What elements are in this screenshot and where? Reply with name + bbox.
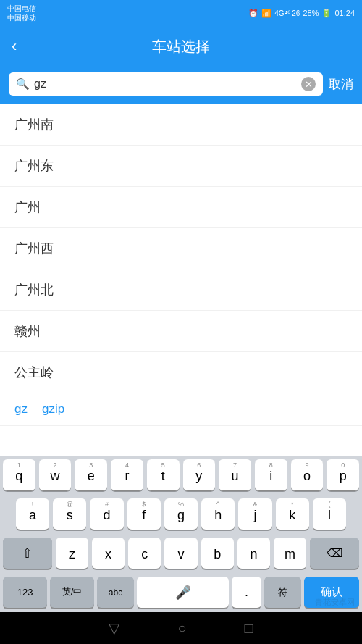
carrier2: 中国移动 bbox=[7, 13, 36, 22]
abc-key[interactable]: abc bbox=[97, 577, 134, 609]
result-item[interactable]: 公主岭 bbox=[0, 352, 362, 393]
shift-key[interactable]: ⇧ bbox=[3, 538, 52, 569]
key-c[interactable]: c bbox=[128, 538, 161, 569]
key-s[interactable]: @s bbox=[53, 498, 86, 530]
nav-back-button[interactable]: ▽ bbox=[109, 619, 119, 637]
key-w[interactable]: 2w bbox=[39, 459, 72, 491]
key-h[interactable]: ^h bbox=[201, 498, 235, 530]
search-input-wrapper: 🔍 ✕ bbox=[9, 72, 323, 96]
watermark: 青花安卓网 bbox=[315, 597, 355, 608]
nav-recent-button[interactable]: □ bbox=[245, 620, 253, 637]
search-icon: 🔍 bbox=[16, 78, 30, 91]
suggestions-row: gz gzip bbox=[0, 393, 362, 426]
suggestion-gzip[interactable]: gzip bbox=[42, 402, 64, 417]
key-t[interactable]: 5t bbox=[147, 459, 180, 491]
back-button[interactable]: ‹ bbox=[12, 37, 17, 56]
battery-text: 28% bbox=[303, 9, 319, 17]
result-item[interactable]: 广州南 bbox=[0, 104, 362, 146]
key-g[interactable]: %g bbox=[164, 498, 198, 530]
key-r[interactable]: 4r bbox=[111, 459, 143, 491]
key-z[interactable]: z bbox=[56, 538, 88, 569]
time-display: 01:24 bbox=[334, 9, 355, 17]
key-m[interactable]: m bbox=[274, 538, 306, 569]
key-k[interactable]: *k bbox=[276, 498, 309, 530]
keyboard: 1q 2w 3e 4r 5t 6y 7u 8i 9o 0p !a @s #d $… bbox=[0, 456, 362, 612]
carrier1: 中国电信 bbox=[7, 4, 36, 13]
result-item[interactable]: 广州西 bbox=[0, 228, 362, 269]
result-item[interactable]: 广州东 bbox=[0, 146, 362, 187]
key-d[interactable]: #d bbox=[90, 498, 123, 530]
key-v[interactable]: v bbox=[164, 538, 197, 569]
key-a[interactable]: !a bbox=[16, 498, 49, 530]
battery-icon: 🔋 bbox=[321, 9, 332, 18]
keyboard-row2: !a @s #d $f %g ^h &j *k (l bbox=[0, 495, 362, 534]
signal-icon: 4G⁴⁶ 26 bbox=[274, 9, 300, 17]
page-title: 车站选择 bbox=[152, 37, 210, 57]
key-u[interactable]: 7u bbox=[219, 459, 251, 491]
title-bar: ‹ 车站选择 bbox=[0, 26, 362, 67]
nav-home-button[interactable]: ○ bbox=[177, 620, 186, 637]
result-item[interactable]: 广州 bbox=[0, 187, 362, 228]
clear-button[interactable]: ✕ bbox=[301, 77, 316, 91]
carrier-info: 中国电信 中国移动 bbox=[7, 4, 36, 22]
key-n[interactable]: n bbox=[237, 538, 270, 569]
period-key[interactable]: . bbox=[232, 577, 261, 609]
cancel-button[interactable]: 取消 bbox=[329, 76, 353, 93]
space-key[interactable]: 🎤 bbox=[137, 577, 229, 609]
keyboard-row3: ⇧ z x c v b n m ⌫ bbox=[0, 534, 362, 573]
status-bar: 中国电信 中国移动 ⏰ 📶 4G⁴⁶ 26 28% 🔋 01:24 bbox=[0, 0, 362, 26]
key-o[interactable]: 9o bbox=[291, 459, 324, 491]
key-p[interactable]: 0p bbox=[327, 459, 359, 491]
bottom-nav-bar: ▽ ○ □ bbox=[0, 612, 362, 644]
suggestion-gz[interactable]: gz bbox=[14, 402, 28, 417]
key-i[interactable]: 8i bbox=[255, 459, 287, 491]
keyboard-row4: 123 英/中 abc 🎤 . 符 确认 bbox=[0, 573, 362, 612]
key-y[interactable]: 6y bbox=[183, 459, 216, 491]
key-q[interactable]: 1q bbox=[3, 459, 35, 491]
keyboard-row1: 1q 2w 3e 4r 5t 6y 7u 8i 9o 0p bbox=[0, 456, 362, 495]
delete-key[interactable]: ⌫ bbox=[310, 538, 359, 569]
lang-toggle-key[interactable]: 英/中 bbox=[50, 577, 94, 609]
key-l[interactable]: (l bbox=[313, 498, 346, 530]
result-item[interactable]: 广州北 bbox=[0, 269, 362, 311]
key-f[interactable]: $f bbox=[127, 498, 161, 530]
key-x[interactable]: x bbox=[92, 538, 125, 569]
result-item[interactable]: 赣州 bbox=[0, 311, 362, 352]
key-b[interactable]: b bbox=[201, 538, 234, 569]
search-input[interactable] bbox=[34, 78, 297, 91]
key-e[interactable]: 3e bbox=[75, 459, 107, 491]
symbol-key[interactable]: 符 bbox=[264, 577, 301, 609]
clock-icon: ⏰ bbox=[248, 9, 258, 18]
results-list: 广州南 广州东 广州 广州西 广州北 赣州 公主岭 gz gzip bbox=[0, 104, 362, 426]
key-j[interactable]: &j bbox=[238, 498, 272, 530]
wifi-icon: 📶 bbox=[261, 9, 272, 18]
num-toggle-key[interactable]: 123 bbox=[3, 577, 47, 609]
search-bar: 🔍 ✕ 取消 bbox=[0, 67, 362, 104]
status-right: ⏰ 📶 4G⁴⁶ 26 28% 🔋 01:24 bbox=[248, 9, 355, 18]
